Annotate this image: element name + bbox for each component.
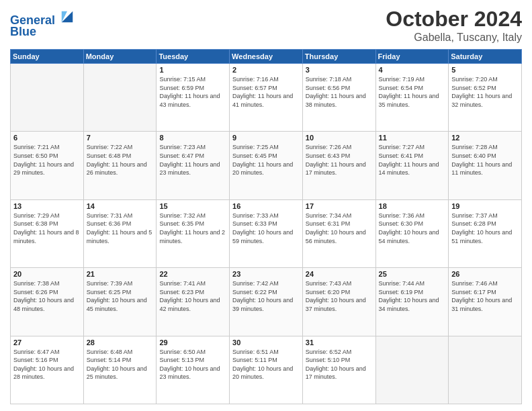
day-number: 31: [306, 338, 373, 347]
header: General Blue October 2024 Gabella, Tusca…: [10, 7, 522, 44]
day-info: Sunrise: 7:31 AM Sunset: 6:36 PM Dayligh…: [87, 212, 154, 245]
day-info: Sunrise: 7:32 AM Sunset: 6:35 PM Dayligh…: [159, 212, 226, 245]
table-row: 27Sunrise: 6:47 AM Sunset: 5:16 PM Dayli…: [11, 336, 84, 404]
table-row: 16Sunrise: 7:33 AM Sunset: 6:33 PM Dayli…: [230, 199, 303, 267]
day-info: Sunrise: 7:29 AM Sunset: 6:38 PM Dayligh…: [13, 212, 81, 245]
day-info: Sunrise: 7:20 AM Sunset: 6:52 PM Dayligh…: [451, 75, 519, 109]
table-row: 19Sunrise: 7:37 AM Sunset: 6:28 PM Dayli…: [449, 199, 522, 267]
day-info: Sunrise: 7:16 AM Sunset: 6:57 PM Dayligh…: [232, 75, 300, 109]
day-number: 9: [232, 134, 300, 142]
day-number: 4: [379, 66, 446, 74]
table-row: 13Sunrise: 7:29 AM Sunset: 6:38 PM Dayli…: [11, 199, 84, 267]
col-thursday: Thursday: [302, 50, 375, 64]
day-info: Sunrise: 6:50 AM Sunset: 5:13 PM Dayligh…: [159, 348, 226, 381]
day-info: Sunrise: 6:48 AM Sunset: 5:14 PM Dayligh…: [87, 348, 154, 381]
calendar-week-row: 20Sunrise: 7:38 AM Sunset: 6:26 PM Dayli…: [11, 268, 522, 336]
day-info: Sunrise: 7:15 AM Sunset: 6:59 PM Dayligh…: [159, 75, 226, 109]
day-info: Sunrise: 7:39 AM Sunset: 6:25 PM Dayligh…: [87, 279, 154, 313]
day-info: Sunrise: 7:23 AM Sunset: 6:47 PM Dayligh…: [159, 143, 226, 177]
month-title: October 2024: [386, 7, 522, 32]
day-number: 17: [306, 202, 373, 210]
table-row: 5Sunrise: 7:20 AM Sunset: 6:52 PM Daylig…: [449, 64, 522, 132]
table-row: 18Sunrise: 7:36 AM Sunset: 6:30 PM Dayli…: [375, 199, 449, 267]
table-row: 30Sunrise: 6:51 AM Sunset: 5:11 PM Dayli…: [230, 336, 303, 404]
day-info: Sunrise: 7:33 AM Sunset: 6:33 PM Dayligh…: [232, 212, 300, 245]
table-row: 9Sunrise: 7:25 AM Sunset: 6:45 PM Daylig…: [230, 132, 303, 199]
day-number: 13: [13, 202, 81, 210]
table-row: 28Sunrise: 6:48 AM Sunset: 5:14 PM Dayli…: [83, 336, 157, 404]
day-number: 28: [87, 338, 154, 347]
day-number: 25: [379, 270, 446, 278]
table-row: 21Sunrise: 7:39 AM Sunset: 6:25 PM Dayli…: [83, 268, 157, 336]
day-info: Sunrise: 7:28 AM Sunset: 6:40 PM Dayligh…: [451, 143, 519, 177]
table-row: [83, 64, 157, 132]
day-info: Sunrise: 6:51 AM Sunset: 5:11 PM Dayligh…: [232, 348, 300, 381]
day-number: 12: [451, 134, 519, 142]
table-row: 6Sunrise: 7:21 AM Sunset: 6:50 PM Daylig…: [11, 132, 84, 199]
col-saturday: Saturday: [449, 50, 522, 64]
title-block: October 2024 Gabella, Tuscany, Italy: [386, 7, 522, 44]
table-row: 20Sunrise: 7:38 AM Sunset: 6:26 PM Dayli…: [11, 268, 84, 336]
location-title: Gabella, Tuscany, Italy: [386, 32, 522, 44]
table-row: [449, 336, 522, 404]
day-info: Sunrise: 7:41 AM Sunset: 6:23 PM Dayligh…: [159, 279, 226, 313]
table-row: 4Sunrise: 7:19 AM Sunset: 6:54 PM Daylig…: [375, 64, 449, 132]
col-sunday: Sunday: [11, 50, 84, 64]
day-number: 7: [87, 134, 154, 142]
day-info: Sunrise: 7:26 AM Sunset: 6:43 PM Dayligh…: [306, 143, 373, 177]
day-info: Sunrise: 7:37 AM Sunset: 6:28 PM Dayligh…: [451, 212, 519, 245]
logo: General Blue: [10, 9, 75, 39]
day-number: 2: [232, 66, 300, 74]
table-row: [11, 64, 84, 132]
day-number: 16: [232, 202, 300, 210]
table-row: 29Sunrise: 6:50 AM Sunset: 5:13 PM Dayli…: [157, 336, 230, 404]
day-info: Sunrise: 7:27 AM Sunset: 6:41 PM Dayligh…: [379, 143, 446, 177]
day-number: 21: [87, 270, 154, 278]
day-info: Sunrise: 7:42 AM Sunset: 6:22 PM Dayligh…: [232, 279, 300, 313]
day-number: 29: [159, 338, 226, 347]
day-number: 1: [159, 66, 226, 74]
day-number: 30: [232, 338, 300, 347]
col-friday: Friday: [375, 50, 449, 64]
table-row: 12Sunrise: 7:28 AM Sunset: 6:40 PM Dayli…: [449, 132, 522, 199]
day-info: Sunrise: 7:44 AM Sunset: 6:19 PM Dayligh…: [379, 279, 446, 313]
day-number: 23: [232, 270, 300, 278]
table-row: [375, 336, 449, 404]
day-info: Sunrise: 7:18 AM Sunset: 6:56 PM Dayligh…: [306, 75, 373, 109]
day-number: 8: [159, 134, 226, 142]
table-row: 25Sunrise: 7:44 AM Sunset: 6:19 PM Dayli…: [375, 268, 449, 336]
day-number: 3: [306, 66, 373, 74]
calendar-week-row: 27Sunrise: 6:47 AM Sunset: 5:16 PM Dayli…: [11, 336, 522, 404]
table-row: 7Sunrise: 7:22 AM Sunset: 6:48 PM Daylig…: [83, 132, 157, 199]
day-info: Sunrise: 6:47 AM Sunset: 5:16 PM Dayligh…: [13, 348, 81, 381]
calendar-week-row: 1Sunrise: 7:15 AM Sunset: 6:59 PM Daylig…: [11, 64, 522, 132]
table-row: 22Sunrise: 7:41 AM Sunset: 6:23 PM Dayli…: [157, 268, 230, 336]
day-number: 14: [87, 202, 154, 210]
table-row: 26Sunrise: 7:46 AM Sunset: 6:17 PM Dayli…: [449, 268, 522, 336]
day-info: Sunrise: 7:21 AM Sunset: 6:50 PM Dayligh…: [13, 143, 81, 177]
calendar-header-row: Sunday Monday Tuesday Wednesday Thursday…: [11, 50, 522, 64]
table-row: 1Sunrise: 7:15 AM Sunset: 6:59 PM Daylig…: [157, 64, 230, 132]
day-number: 10: [306, 134, 373, 142]
logo-icon: [60, 9, 75, 24]
day-number: 18: [379, 202, 446, 210]
table-row: 2Sunrise: 7:16 AM Sunset: 6:57 PM Daylig…: [230, 64, 303, 132]
day-number: 15: [159, 202, 226, 210]
table-row: 15Sunrise: 7:32 AM Sunset: 6:35 PM Dayli…: [157, 199, 230, 267]
day-number: 19: [451, 202, 519, 210]
day-number: 22: [159, 270, 226, 278]
col-wednesday: Wednesday: [230, 50, 303, 64]
day-number: 5: [451, 66, 519, 74]
day-number: 11: [379, 134, 446, 142]
col-tuesday: Tuesday: [157, 50, 230, 64]
table-row: 14Sunrise: 7:31 AM Sunset: 6:36 PM Dayli…: [83, 199, 157, 267]
calendar-week-row: 13Sunrise: 7:29 AM Sunset: 6:38 PM Dayli…: [11, 199, 522, 267]
table-row: 24Sunrise: 7:43 AM Sunset: 6:20 PM Dayli…: [302, 268, 375, 336]
day-number: 26: [451, 270, 519, 278]
day-info: Sunrise: 7:25 AM Sunset: 6:45 PM Dayligh…: [232, 143, 300, 177]
day-info: Sunrise: 7:19 AM Sunset: 6:54 PM Dayligh…: [379, 75, 446, 109]
table-row: 8Sunrise: 7:23 AM Sunset: 6:47 PM Daylig…: [157, 132, 230, 199]
day-info: Sunrise: 7:46 AM Sunset: 6:17 PM Dayligh…: [451, 279, 519, 313]
day-number: 6: [13, 134, 81, 142]
day-number: 20: [13, 270, 81, 278]
